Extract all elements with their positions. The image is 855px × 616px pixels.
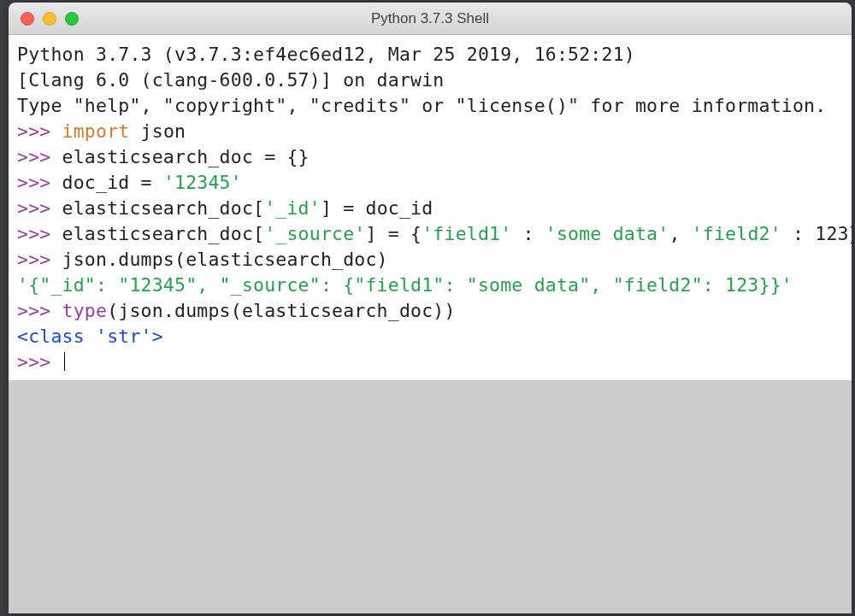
banner-line3: Type "help", "copyright", "credits" or "…: [17, 95, 826, 116]
output-string: '{"_id": "12345", "_source": {"field1": …: [17, 274, 793, 296]
code-text: ] = {: [365, 223, 422, 244]
prompt: >>>: [17, 351, 62, 373]
code-text: :: [511, 223, 545, 244]
window-frame: Python 3.7.3 Shell Python 3.7.3 (v3.7.3:…: [9, 3, 852, 613]
minimize-icon[interactable]: [43, 12, 56, 26]
window-controls: [9, 12, 79, 26]
code-text: elasticsearch_doc[: [62, 223, 265, 244]
prompt: >>>: [17, 172, 62, 193]
banner-line1: Python 3.7.3 (v3.7.3:ef4ec6ed12, Mar 25 …: [17, 44, 646, 65]
code-text: doc_id =: [62, 172, 163, 193]
code-text: ] = doc_id: [321, 197, 433, 219]
prompt: >>>: [17, 146, 62, 167]
titlebar[interactable]: Python 3.7.3 Shell: [9, 3, 852, 35]
prompt: >>>: [17, 249, 62, 270]
string-literal: 'field1': [422, 223, 511, 244]
keyword-import: import: [62, 120, 130, 142]
prompt: >>>: [17, 197, 62, 219]
code-text: (json.dumps(elasticsearch_doc)): [107, 300, 455, 321]
prompt: >>>: [17, 120, 62, 142]
window-background: [9, 380, 852, 613]
code-text: : 123}: [781, 223, 852, 244]
code-text: ,: [669, 223, 691, 244]
fullscreen-icon[interactable]: [65, 12, 79, 26]
window-title: Python 3.7.3 Shell: [9, 10, 852, 27]
code-text: json.dumps(elasticsearch_doc): [62, 249, 388, 270]
prompt: >>>: [17, 300, 62, 321]
string-literal: 'field2': [692, 223, 781, 244]
output-class: <class 'str'>: [17, 326, 163, 347]
shell-output[interactable]: Python 3.7.3 (v3.7.3:ef4ec6ed12, Mar 25 …: [9, 35, 852, 380]
code-text: json: [129, 120, 186, 142]
builtin-type: type: [62, 300, 108, 321]
prompt: >>>: [17, 223, 62, 244]
cursor-icon: [64, 352, 66, 371]
string-literal: '12345': [163, 172, 242, 193]
banner-line2: [Clang 6.0 (clang-600.0.57)] on darwin: [17, 69, 444, 91]
close-icon[interactable]: [21, 12, 34, 26]
string-literal: '_id': [264, 197, 321, 219]
string-literal: 'some data': [545, 223, 669, 244]
code-text: elasticsearch_doc[: [62, 197, 265, 219]
code-text: elasticsearch_doc = {}: [62, 146, 310, 167]
string-literal: '_source': [264, 223, 365, 244]
